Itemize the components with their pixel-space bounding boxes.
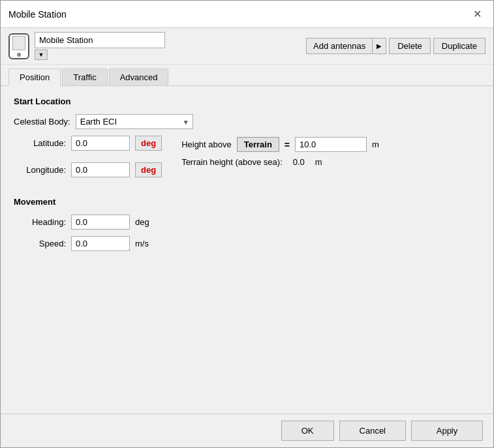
title-bar: Mobile Station ✕ xyxy=(1,1,493,28)
tabs: Position Traffic Advanced xyxy=(1,65,493,86)
height-row: Height above Terrain = m xyxy=(181,137,379,152)
cancel-button[interactable]: Cancel xyxy=(339,421,406,441)
footer: OK Cancel Apply xyxy=(1,413,493,447)
ok-button[interactable]: OK xyxy=(281,421,334,441)
device-screen xyxy=(12,36,25,50)
height-unit: m xyxy=(372,140,379,149)
dialog-title: Mobile Station xyxy=(8,9,67,20)
name-dropdown-arrow[interactable]: ▼ xyxy=(35,50,48,60)
heading-unit: deg xyxy=(135,217,149,227)
terrain-height-label: Terrain height (above sea): xyxy=(181,157,283,167)
celestial-body-label: Celestial Body: xyxy=(14,117,70,127)
terrain-height-row: Terrain height (above sea): 0.0 m xyxy=(181,157,379,167)
lat-height-row: Latitude: deg Longitude: deg Height abov… xyxy=(14,136,480,184)
duplicate-button[interactable]: Duplicate xyxy=(433,38,486,54)
terrain-button[interactable]: Terrain xyxy=(237,137,279,152)
movement-section: Movement Heading: deg Speed: m/s xyxy=(14,197,480,251)
speed-row: Speed: m/s xyxy=(14,236,480,251)
latitude-unit-btn[interactable]: deg xyxy=(135,136,162,151)
celestial-body-row: Celestial Body: Earth ECI Earth ECEF Moo… xyxy=(14,114,480,129)
longitude-input[interactable] xyxy=(71,162,130,177)
height-above-label: Height above xyxy=(181,140,232,149)
station-name-input[interactable] xyxy=(35,32,165,48)
latitude-input[interactable] xyxy=(71,136,130,151)
tab-advanced[interactable]: Advanced xyxy=(109,68,169,85)
equals-sign: = xyxy=(285,140,290,150)
device-icon xyxy=(8,33,29,59)
close-button[interactable]: ✕ xyxy=(469,7,486,22)
tab-traffic[interactable]: Traffic xyxy=(62,68,107,85)
longitude-unit-btn[interactable]: deg xyxy=(135,162,162,177)
add-antennas-dropdown[interactable]: ▶ xyxy=(372,38,386,54)
toolbar-buttons: Add antennas ▶ Delete Duplicate xyxy=(306,38,486,54)
height-terrain-col: Height above Terrain = m Terrain height … xyxy=(181,137,379,173)
latitude-label: Latitude: xyxy=(14,138,66,148)
movement-title: Movement xyxy=(14,197,480,207)
heading-input[interactable] xyxy=(71,215,130,230)
lat-long-col: Latitude: deg Longitude: deg xyxy=(14,136,162,184)
delete-button[interactable]: Delete xyxy=(389,38,431,54)
add-antennas-button[interactable]: Add antennas xyxy=(306,38,372,54)
speed-input[interactable] xyxy=(71,236,130,251)
heading-row: Heading: deg xyxy=(14,215,480,230)
mobile-station-dialog: Mobile Station ✕ ▼ Add antennas ▶ Delete… xyxy=(0,0,494,448)
latitude-row: Latitude: deg xyxy=(14,136,162,151)
terrain-height-unit: m xyxy=(315,157,322,167)
heading-label: Heading: xyxy=(14,217,66,227)
speed-label: Speed: xyxy=(14,239,66,248)
celestial-body-select-wrap: Earth ECI Earth ECEF Moon Mars xyxy=(76,114,193,129)
content-area: Start Location Celestial Body: Earth ECI… xyxy=(1,86,493,413)
name-field-wrap: ▼ xyxy=(35,32,165,60)
device-home-button xyxy=(17,53,21,57)
apply-button[interactable]: Apply xyxy=(411,421,483,441)
terrain-height-value: 0.0 xyxy=(293,157,305,167)
tab-position[interactable]: Position xyxy=(8,68,61,86)
longitude-row: Longitude: deg xyxy=(14,162,162,177)
toolbar: ▼ Add antennas ▶ Delete Duplicate xyxy=(1,28,493,65)
add-antennas-wrap: Add antennas ▶ xyxy=(306,38,386,54)
celestial-body-select[interactable]: Earth ECI Earth ECEF Moon Mars xyxy=(76,114,193,129)
speed-unit: m/s xyxy=(135,239,149,248)
start-location-title: Start Location xyxy=(14,97,480,106)
longitude-label: Longitude: xyxy=(14,165,66,175)
height-input[interactable] xyxy=(295,137,367,152)
